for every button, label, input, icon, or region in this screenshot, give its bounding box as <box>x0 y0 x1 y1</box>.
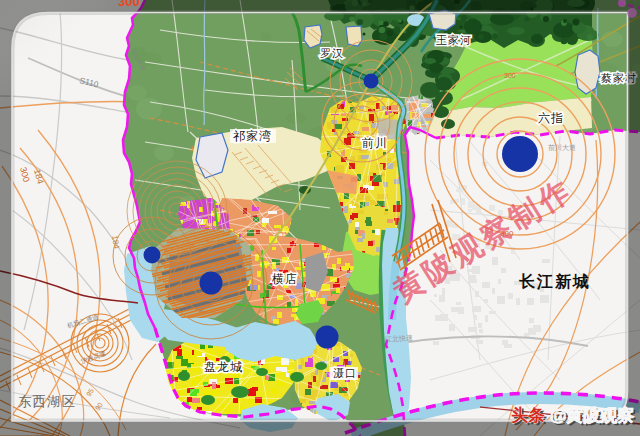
svg-text:罗汉: 罗汉 <box>320 47 344 59</box>
svg-text:300: 300 <box>118 0 140 9</box>
svg-text:王家河: 王家河 <box>436 34 472 46</box>
svg-text:前川: 前川 <box>362 136 388 150</box>
svg-text:前川大道: 前川大道 <box>548 144 576 151</box>
svg-text:六指: 六指 <box>538 111 564 125</box>
svg-text:东西湖区: 东西湖区 <box>18 394 76 409</box>
svg-text:祁家湾: 祁家湾 <box>233 129 272 143</box>
svg-text:盘龙城: 盘龙城 <box>204 360 243 374</box>
svg-text:长江新城: 长江新城 <box>519 273 591 290</box>
svg-text:横店: 横店 <box>271 272 298 286</box>
svg-text:头条 @黄陂观察: 头条 @黄陂观察 <box>511 405 634 425</box>
svg-text:滠口: 滠口 <box>333 367 357 379</box>
svg-text:300: 300 <box>504 72 516 79</box>
